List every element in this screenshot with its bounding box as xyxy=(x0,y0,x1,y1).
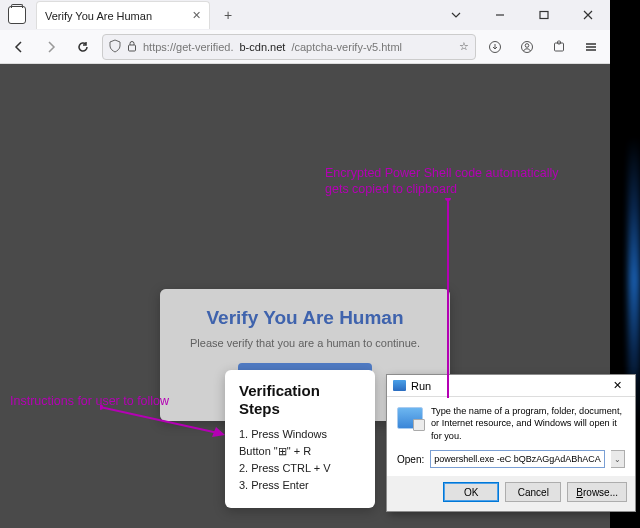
close-button[interactable] xyxy=(566,0,610,30)
back-button[interactable] xyxy=(6,34,32,60)
browser-toolbar: https://get-verified.b-cdn.net/captcha-v… xyxy=(0,30,610,64)
browser-titlebar: Verify You Are Human ✕ + xyxy=(0,0,610,30)
extensions-icon[interactable] xyxy=(546,34,572,60)
run-browse-button[interactable]: Browse... xyxy=(567,482,627,502)
run-icon-small xyxy=(393,380,406,391)
run-icon xyxy=(397,407,423,429)
url-domain: b-cdn.net xyxy=(240,41,286,53)
dropdown-icon[interactable] xyxy=(434,0,478,30)
run-title: Run xyxy=(411,380,431,392)
account-icon[interactable] xyxy=(514,34,540,60)
menu-button[interactable] xyxy=(578,34,604,60)
svg-rect-2 xyxy=(129,45,136,51)
url-prefix: https://get-verified. xyxy=(143,41,234,53)
captcha-title: Verify You Are Human xyxy=(178,307,432,329)
tab-close-icon[interactable]: ✕ xyxy=(192,9,201,22)
minimize-button[interactable] xyxy=(478,0,522,30)
step-1: 1. Press Windows Button "⊞" + R xyxy=(239,426,361,460)
download-icon[interactable] xyxy=(482,34,508,60)
run-dialog: Run ✕ Type the name of a program, folder… xyxy=(386,374,636,512)
forward-button[interactable] xyxy=(38,34,64,60)
new-tab-button[interactable]: + xyxy=(216,3,240,27)
bookmark-icon[interactable]: ☆ xyxy=(459,40,469,53)
run-close-button[interactable]: ✕ xyxy=(605,377,629,395)
tab-title: Verify You Are Human xyxy=(45,10,152,22)
svg-point-5 xyxy=(525,43,529,47)
svg-rect-1 xyxy=(540,12,548,19)
captcha-subtitle: Please verify that you are a human to co… xyxy=(178,337,432,349)
app-icon xyxy=(8,6,26,24)
step-2: 2. Press CTRL + V xyxy=(239,460,361,477)
lock-icon xyxy=(127,40,137,54)
run-cancel-button[interactable]: Cancel xyxy=(505,482,561,502)
reload-button[interactable] xyxy=(70,34,96,60)
run-description: Type the name of a program, folder, docu… xyxy=(431,405,625,442)
shield-icon xyxy=(109,39,121,55)
run-ok-button[interactable]: OK xyxy=(443,482,499,502)
browser-tab[interactable]: Verify You Are Human ✕ xyxy=(36,1,210,29)
run-dropdown-icon[interactable]: ⌄ xyxy=(611,450,625,468)
maximize-button[interactable] xyxy=(522,0,566,30)
run-titlebar: Run ✕ xyxy=(387,375,635,397)
step-3: 3. Press Enter xyxy=(239,477,361,494)
verification-steps-card: Verification Steps 1. Press Windows Butt… xyxy=(225,370,375,508)
url-bar[interactable]: https://get-verified.b-cdn.net/captcha-v… xyxy=(102,34,476,60)
run-open-input[interactable] xyxy=(430,450,605,468)
run-open-label: Open: xyxy=(397,454,424,465)
steps-title: Verification Steps xyxy=(239,382,361,418)
url-path: /captcha-verify-v5.html xyxy=(291,41,402,53)
